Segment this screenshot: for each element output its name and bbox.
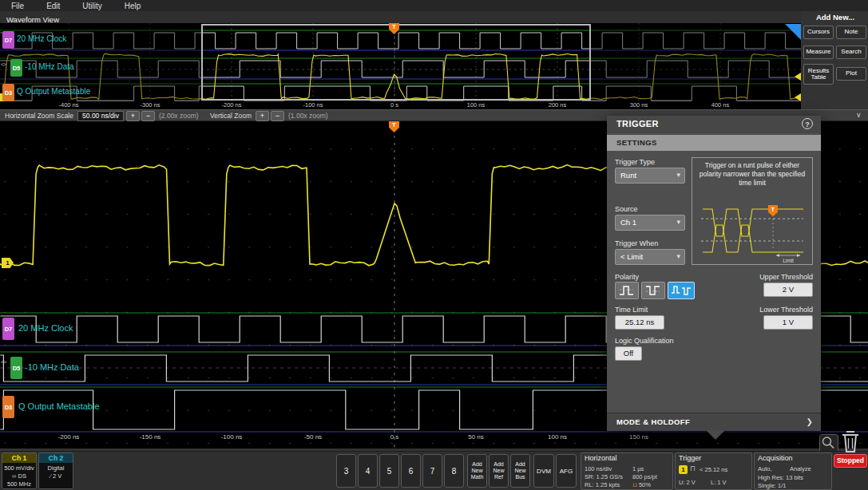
digital-channel-chip-d7[interactable]: D7 xyxy=(2,31,14,49)
ch1-badge[interactable]: Ch 1 500 mV/div ∞ DS 500 MHz xyxy=(2,452,37,489)
time-label: 150 ns xyxy=(629,433,648,441)
mode-holdoff-label: MODE & HOLDOFF xyxy=(616,417,690,426)
horizontal-title: Horizontal xyxy=(585,454,617,462)
magnifier-icon xyxy=(820,435,836,451)
time-label: 300 ns xyxy=(630,101,648,109)
settings-bar: Ch 1 500 mV/div ∞ DS 500 MHz Ch 2 Digita… xyxy=(0,451,868,490)
settings-section-header: SETTINGS xyxy=(607,135,821,151)
digital-channel-chip-d3[interactable]: D3 xyxy=(2,84,14,101)
time-label: -100 ns xyxy=(221,433,243,441)
zoom-window[interactable] xyxy=(201,24,591,101)
logic-qualification-label: Logic Qualification xyxy=(615,337,674,345)
time-label: -300 ns xyxy=(140,101,160,109)
time-label: 50 ns xyxy=(468,433,484,441)
time-label: -200 ns xyxy=(221,101,241,109)
trigger-description-text: Trigger on a runt pulse of either polari… xyxy=(696,161,809,188)
v-zoom-plus-button[interactable]: + xyxy=(256,111,269,121)
chevron-down-icon: ▾ xyxy=(676,252,680,260)
diagram-limit-label: Limit xyxy=(783,258,794,263)
time-label: 200 ns xyxy=(549,101,567,109)
dvm-button[interactable]: DVM xyxy=(533,454,554,488)
trash-icon xyxy=(839,429,862,455)
trigger-type-dropdown[interactable]: Runt ▾ xyxy=(615,168,685,184)
polarity-positive-button[interactable] xyxy=(615,282,639,299)
channel-8-button[interactable]: 8 xyxy=(444,454,464,488)
time-label: 100 ns xyxy=(548,433,567,441)
source-dropdown[interactable]: Ch 1 ▾ xyxy=(615,215,685,231)
help-icon[interactable]: ? xyxy=(802,118,813,129)
ch1-name: Ch 1 xyxy=(2,453,36,463)
horizontal-zoom-scale-label: Horizontal Zoom Scale xyxy=(5,112,73,120)
mode-holdoff-section[interactable]: MODE & HOLDOFF ❯ xyxy=(607,413,821,431)
drag-handle-icon[interactable]: <> xyxy=(1,359,6,365)
digital-channel-chip-d7[interactable]: D7 xyxy=(2,318,14,340)
trash-button[interactable] xyxy=(839,429,862,458)
ch2-threshold-row: ∕ 2 V xyxy=(39,472,73,480)
digital-channel-chip-d3[interactable]: D3 xyxy=(2,396,14,418)
measure-button[interactable]: Measure xyxy=(803,45,834,59)
vertical-zoom-label: Vertical Zoom xyxy=(210,112,252,120)
channel-level-marker-icon xyxy=(795,93,801,101)
channel-label-q: Q Output Metastable xyxy=(18,401,100,411)
results-table-button[interactable]: Results Table xyxy=(803,64,834,85)
channel-5-button[interactable]: 5 xyxy=(379,454,399,488)
time-limit-value[interactable]: 25.12 ns xyxy=(615,315,664,330)
diagram-trigger-marker: T xyxy=(771,207,775,212)
trigger-status-panel[interactable]: Trigger 1 ⊓ < 25.12 ns U: 2 V L: 1 V xyxy=(675,452,752,490)
channel-7-button[interactable]: 7 xyxy=(422,454,442,488)
waveform-view-tab-bar: Waveform View xyxy=(0,11,801,24)
cursors-button[interactable]: Cursors xyxy=(803,26,834,39)
add-new-bus-button[interactable]: AddNewBus xyxy=(510,454,530,488)
horizontal-settings-panel[interactable]: Horizontal 100 ns/div 1 µs SR: 1.25 GS/s… xyxy=(581,452,673,490)
trigger-when-label: Trigger When xyxy=(615,239,658,247)
horizontal-zoom-scale-value[interactable]: 50.00 ns/div xyxy=(77,111,124,121)
search-button[interactable]: Search xyxy=(836,45,866,59)
channel-label-clock: 20 MHz Clock xyxy=(17,34,66,43)
menu-file[interactable]: File xyxy=(0,2,35,10)
h-zoom-plus-button[interactable]: + xyxy=(126,111,140,121)
digital-channel-chip-d5[interactable]: D5 xyxy=(10,357,22,379)
v-zoom-minus-button[interactable]: − xyxy=(271,111,284,121)
afg-button[interactable]: AFG xyxy=(556,454,577,488)
menu-help[interactable]: Help xyxy=(113,2,153,10)
channel-label-data: -10 MHz Data xyxy=(25,362,79,372)
menu-edit[interactable]: Edit xyxy=(35,2,71,10)
channel-6-button[interactable]: 6 xyxy=(401,454,421,488)
lower-threshold-value[interactable]: 1 V xyxy=(763,315,813,330)
add-new-title: Add New... xyxy=(803,13,868,22)
runt-icon: ⊓ xyxy=(690,464,696,472)
upper-threshold-value[interactable]: 2 V xyxy=(763,283,813,297)
ch2-badge[interactable]: Ch 2 Digital ∕ 2 V xyxy=(38,452,73,489)
source-label: Source xyxy=(615,205,638,213)
drag-handle-icon[interactable]: <> xyxy=(1,61,6,67)
channel-3-button[interactable]: 3 xyxy=(336,454,356,488)
channel-label-data: -10 MHz Data xyxy=(25,62,74,71)
ch1-scale: 500 mV/div xyxy=(2,464,36,472)
v-zoom-factor: (1.00x zoom) xyxy=(288,112,328,120)
polarity-either-button[interactable] xyxy=(668,282,695,299)
time-limit-label: Time Limit xyxy=(615,306,648,314)
trigger-source-badge: 1 xyxy=(679,465,688,474)
h-zoom-minus-button[interactable]: − xyxy=(141,111,155,121)
ch1-bandwidth: 500 MHz xyxy=(2,480,36,488)
plot-button[interactable]: Plot xyxy=(836,67,866,81)
add-new-math-button[interactable]: AddNewMath xyxy=(467,454,487,488)
note-button[interactable]: Note xyxy=(836,26,866,39)
polarity-negative-button[interactable] xyxy=(641,282,665,299)
lower-threshold-label: Lower Threshold xyxy=(759,306,813,314)
time-label: -200 ns xyxy=(58,433,80,441)
menu-utility[interactable]: Utility xyxy=(71,2,113,10)
channel-4-button[interactable]: 4 xyxy=(358,454,378,488)
add-new-ref-button[interactable]: AddNewRef xyxy=(489,454,509,488)
logic-qualification-toggle[interactable]: Off xyxy=(615,346,642,361)
trigger-title: Trigger xyxy=(679,454,701,462)
acquisition-panel[interactable]: Acquisition Auto, Analyze High Res: 13 b… xyxy=(754,452,832,490)
trigger-when-dropdown[interactable]: < Limit ▾ xyxy=(615,249,685,265)
digital-channel-chip-d5[interactable]: D5 xyxy=(10,59,22,77)
trigger-when-value: < Limit xyxy=(620,252,643,261)
time-label: -150 ns xyxy=(140,433,161,441)
collapse-chevron-icon[interactable]: ∨ xyxy=(856,111,862,119)
chevron-down-icon: ▾ xyxy=(676,218,680,226)
panel-pointer xyxy=(706,430,725,440)
trigger-level-wedge-icon[interactable] xyxy=(785,24,801,40)
